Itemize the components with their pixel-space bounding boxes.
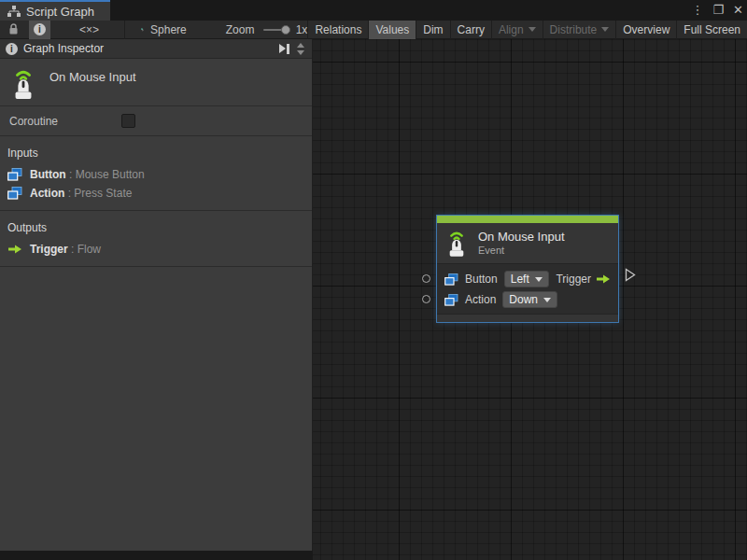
info-icon: i [6, 43, 18, 55]
value-port-icon [444, 294, 458, 306]
dim-label: Dim [423, 23, 443, 36]
values-label: Values [375, 23, 409, 36]
coroutine-row: Coroutine [0, 106, 312, 135]
port-name: Button [30, 168, 66, 181]
value-port-icon [444, 273, 458, 286]
zoom-slider[interactable] [263, 29, 286, 31]
input-port-circle[interactable] [422, 274, 430, 283]
graph-inspector-header: i Graph Inspector [0, 39, 312, 59]
lock-icon [8, 23, 19, 35]
coroutine-checkbox[interactable] [121, 114, 135, 128]
port-separator: : [64, 187, 74, 200]
node-header: On Mouse Input Event [437, 223, 618, 263]
node-body: Button Left Trigger [437, 263, 618, 314]
port-row: Action : Press State [0, 184, 312, 203]
lock-button[interactable] [4, 21, 23, 39]
full-screen-button[interactable]: Full Screen [677, 21, 747, 39]
scroll-down-icon [297, 50, 304, 55]
chevron-down-icon [543, 298, 551, 302]
graph-inspector-panel: i Graph Inspector [0, 39, 313, 551]
left-column: i Graph Inspector [0, 39, 313, 560]
trigger-output: Trigger [556, 273, 611, 286]
window-controls: ⋮ ❐ ✕ [691, 0, 743, 19]
value-port-icon [7, 168, 22, 181]
node-title: On Mouse Input [478, 230, 565, 245]
port-text: Action : Press State [30, 187, 132, 200]
toolbar-toggle-group: Relations Values Dim Carry Align Distrib… [307, 21, 747, 39]
zoom-value: 1x [296, 23, 308, 36]
dock-bar [287, 44, 289, 54]
row-label: Button [465, 273, 498, 286]
port-row: Trigger : Flow [0, 240, 312, 259]
overview-button[interactable]: Overview [616, 21, 677, 39]
mouse-input-icon [444, 228, 469, 258]
port-row: Button : Mouse Button [0, 165, 312, 184]
port-separator: : [66, 168, 76, 181]
outputs-header: Outputs [0, 217, 312, 240]
port-name: Trigger [30, 243, 68, 256]
flow-arrow-icon[interactable] [596, 273, 611, 285]
graph-icon [7, 6, 21, 18]
event-color-bar [437, 216, 618, 223]
node-row-action: Action Down [437, 289, 618, 310]
code-view-button[interactable]: <×> [75, 21, 104, 39]
tab-label: Script Graph [26, 5, 94, 19]
tab-script-graph[interactable]: Script Graph [0, 0, 110, 21]
code-icon: <×> [79, 23, 99, 36]
inspector-empty-area [0, 267, 312, 551]
distribute-button[interactable]: Distribute [543, 21, 617, 39]
button-dropdown[interactable]: Left [504, 271, 549, 287]
node-subtitle: Event [478, 245, 565, 257]
flow-arrow-icon [7, 244, 22, 255]
mouse-input-icon [9, 66, 37, 100]
relations-button[interactable]: Relations [308, 21, 369, 39]
graph-pointer-icon [141, 23, 145, 36]
info-icon: i [34, 23, 46, 35]
align-label: Align [499, 23, 524, 36]
port-type: Mouse Button [76, 168, 145, 181]
node-titles: On Mouse Input Event [478, 230, 565, 257]
graph-toolbar: i <×> Sphere Zoom 1x Relations Values Di… [0, 21, 747, 39]
carry-label: Carry [458, 23, 485, 36]
input-port-circle[interactable] [422, 295, 430, 303]
graph-canvas[interactable]: On Mouse Input Event Button Left [313, 39, 747, 560]
inspector-toggle-button[interactable]: i [29, 21, 50, 39]
carry-button[interactable]: Carry [451, 21, 492, 39]
window-body: i Graph Inspector [0, 39, 747, 560]
port-text: Trigger : Flow [30, 243, 101, 256]
more-icon[interactable]: ⋮ [691, 3, 703, 17]
outputs-section: Outputs Trigger : Flow [0, 211, 312, 266]
inspector-title: Graph Inspector [23, 42, 104, 55]
maximize-icon[interactable]: ❐ [712, 3, 724, 17]
relations-label: Relations [315, 23, 361, 36]
on-mouse-input-node[interactable]: On Mouse Input Event Button Left [437, 216, 618, 322]
port-separator: : [68, 243, 78, 256]
node-row-button: Button Left Trigger [437, 269, 618, 289]
action-dropdown[interactable]: Down [502, 291, 557, 308]
dropdown-value: Down [509, 293, 538, 306]
scroll-up-icon [297, 43, 304, 48]
align-button[interactable]: Align [492, 21, 543, 39]
port-name: Action [30, 187, 64, 200]
close-icon[interactable]: ✕ [733, 3, 743, 17]
node-footer [437, 314, 618, 322]
unit-title: On Mouse Input [49, 66, 136, 84]
panel-stepper[interactable] [295, 43, 306, 55]
chevron-down-icon [601, 27, 609, 32]
dropdown-value: Left [511, 273, 529, 286]
full-screen-label: Full Screen [684, 23, 740, 36]
values-button[interactable]: Values [369, 21, 416, 39]
chevron-down-icon [529, 27, 536, 32]
value-port-icon [7, 187, 22, 200]
graph-owner-label: Sphere [150, 23, 187, 36]
zoom-slider-handle[interactable] [281, 25, 290, 35]
flow-output-port[interactable] [625, 268, 636, 285]
dock-panel-icon[interactable] [279, 44, 289, 54]
inputs-section: Inputs Button : Mouse Button Action : Pr… [0, 136, 312, 210]
chevron-down-icon [535, 277, 543, 282]
unit-header: On Mouse Input [0, 59, 312, 105]
dim-button[interactable]: Dim [416, 21, 450, 39]
port-type: Press State [74, 187, 132, 200]
port-type: Flow [78, 243, 101, 256]
overview-label: Overview [623, 23, 669, 36]
